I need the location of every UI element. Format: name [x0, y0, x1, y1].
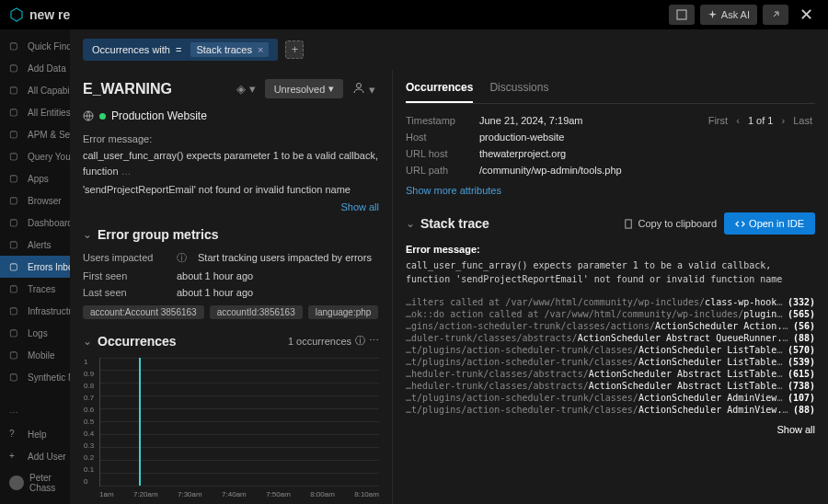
edit-button[interactable] — [669, 5, 695, 25]
person-icon — [352, 81, 365, 94]
stack-frame[interactable]: …t/plugins/action-scheduler-trunk/classe… — [406, 393, 815, 403]
tag-icon-button[interactable]: ◈ ▾ — [233, 78, 259, 99]
clipboard-icon — [624, 219, 634, 229]
link-icon — [770, 9, 781, 20]
sidebar-item-alerts[interactable]: ▢Alerts — [0, 234, 70, 256]
stack-frame[interactable]: …t/plugins/action-scheduler-trunk/classe… — [406, 357, 815, 367]
sidebar-item-traces[interactable]: ▢Traces — [0, 278, 70, 300]
stack-frame[interactable]: …heduler-trunk/classes/abstracts/ActionS… — [406, 381, 815, 391]
sidebar: ▢Quick Find▢Add Data▢All Capabilities▢Al… — [0, 29, 70, 504]
collapse-metrics[interactable]: ⌄ — [83, 228, 92, 241]
sidebar-add-user[interactable]: +Add User — [0, 445, 70, 467]
pager-last[interactable]: Last — [793, 115, 812, 126]
close-button[interactable]: ✕ — [794, 5, 819, 25]
brand-icon — [9, 7, 24, 22]
search-icon: ▢ — [9, 40, 20, 52]
svg-point-1 — [357, 84, 362, 88]
occurrences-chart: 10.90.80.70.60.50.40.30.20.10 1am7:20am7… — [83, 358, 379, 505]
pager-next[interactable]: › — [781, 115, 785, 126]
ask-ai-button[interactable]: Ask AI — [700, 5, 757, 25]
stack-frame[interactable]: …ilters called at /var/www/html/communit… — [406, 297, 815, 307]
sidebar-item-query-your-d[interactable]: ▢Query Your D — [0, 145, 70, 167]
filter-chip[interactable]: Occurrences with = Stack traces× — [83, 39, 278, 61]
apm-icon: ▢ — [9, 129, 20, 140]
plus-icon: ▢ — [9, 63, 20, 74]
avatar — [9, 475, 24, 490]
stack-frame[interactable]: …t/plugins/action-scheduler-trunk/classe… — [406, 405, 815, 415]
link-button[interactable] — [763, 5, 788, 25]
sidebar-item-logs[interactable]: ▢Logs — [0, 322, 70, 344]
stack-frame[interactable]: …ok::do_action called at /var/www/html/c… — [406, 309, 815, 319]
assign-button[interactable]: ▾ — [349, 77, 379, 100]
sidebar-item-apm-&-servi[interactable]: ▢APM & Servi — [0, 123, 70, 145]
show-more-attrs[interactable]: Show more attributes — [406, 185, 815, 196]
apps-icon: ▢ — [9, 173, 20, 184]
infra-icon: ▢ — [9, 305, 20, 316]
open-ide-button[interactable]: Open in IDE — [724, 212, 815, 235]
code-icon — [735, 219, 745, 229]
stack-frame[interactable]: …duler-trunk/classes/abstracts/ActionSch… — [406, 333, 815, 343]
entity-name[interactable]: Production Website — [111, 109, 207, 122]
syn-icon: ▢ — [9, 372, 20, 383]
sidebar-item-mobile[interactable]: ▢Mobile — [0, 344, 70, 366]
status-dot — [99, 113, 106, 120]
sidebar-item-all-entities[interactable]: ▢All Entities — [0, 101, 70, 123]
grid-icon: ▢ — [9, 85, 20, 96]
svg-rect-3 — [626, 219, 631, 227]
sidebar-item-all-capabilities[interactable]: ▢All Capabilities — [0, 79, 70, 101]
status-dropdown[interactable]: Unresolved ▾ — [265, 79, 344, 98]
sidebar-item-dashboards[interactable]: ▢Dashboards — [0, 212, 70, 234]
globe-icon — [83, 110, 94, 121]
sidebar-item-synthetic-mo[interactable]: ▢Synthetic Mo — [0, 366, 70, 388]
svg-rect-0 — [677, 10, 686, 19]
stack-frame[interactable]: …t/plugins/action-scheduler-trunk/classe… — [406, 345, 815, 355]
box-icon: ▢ — [9, 107, 20, 118]
edit-icon — [676, 9, 687, 20]
collapse-stack[interactable]: ⌄ — [406, 217, 415, 230]
tab-occurrences[interactable]: Occurrences — [406, 77, 473, 103]
copy-clipboard-button[interactable]: Copy to clipboard — [624, 212, 717, 235]
metric-tag[interactable]: accountId:3856163 — [210, 305, 303, 319]
more-icon[interactable]: ⋯ — [369, 335, 379, 347]
brand-logo: new re — [9, 7, 70, 22]
logs-icon: ▢ — [9, 327, 20, 338]
show-all-message[interactable]: Show all — [83, 201, 379, 212]
bell-icon: ▢ — [9, 239, 20, 250]
stack-frame[interactable]: …gins/action-scheduler-trunk/classes/act… — [406, 321, 815, 331]
sidebar-item-quick-find[interactable]: ▢Quick Find — [0, 35, 70, 57]
error-title: E_WARNING — [83, 81, 172, 97]
inbox-icon: ▢ — [9, 261, 20, 272]
metric-tag[interactable]: account:Account 3856163 — [83, 305, 204, 319]
sidebar-item-errors-inbox[interactable]: ▢Errors Inbox — [0, 256, 70, 278]
sidebar-help[interactable]: ?Help — [0, 423, 70, 445]
mobile-icon: ▢ — [9, 349, 20, 361]
sidebar-user[interactable]: Peter Chass — [0, 467, 70, 498]
dash-icon: ▢ — [9, 217, 20, 228]
add-filter-button[interactable]: + — [285, 40, 304, 59]
pager: First ‹ 1 of 1 › Last — [706, 115, 815, 181]
browser-icon: ▢ — [9, 195, 20, 206]
pager-prev[interactable]: ‹ — [736, 115, 740, 126]
pager-first[interactable]: First — [708, 115, 728, 126]
sidebar-item-apps[interactable]: ▢Apps — [0, 167, 70, 189]
stack-show-all[interactable]: Show all — [406, 424, 815, 435]
traces-icon: ▢ — [9, 283, 20, 294]
info-icon[interactable]: ⓘ — [355, 334, 365, 348]
collapse-occurrences[interactable]: ⌄ — [83, 335, 92, 348]
sidebar-item-add-data[interactable]: ▢Add Data — [0, 57, 70, 79]
db-icon: ▢ — [9, 151, 20, 162]
stack-frame[interactable]: …heduler-trunk/classes/abstracts/ActionS… — [406, 369, 815, 379]
chip-remove[interactable]: × — [258, 44, 263, 55]
sparkle-icon — [707, 10, 718, 20]
metric-tag[interactable]: language:php — [308, 305, 379, 319]
tab-discussions[interactable]: Discussions — [489, 77, 548, 103]
sidebar-item-infrastructure[interactable]: ▢Infrastructure — [0, 300, 70, 322]
sidebar-item-browser[interactable]: ▢Browser — [0, 189, 70, 212]
